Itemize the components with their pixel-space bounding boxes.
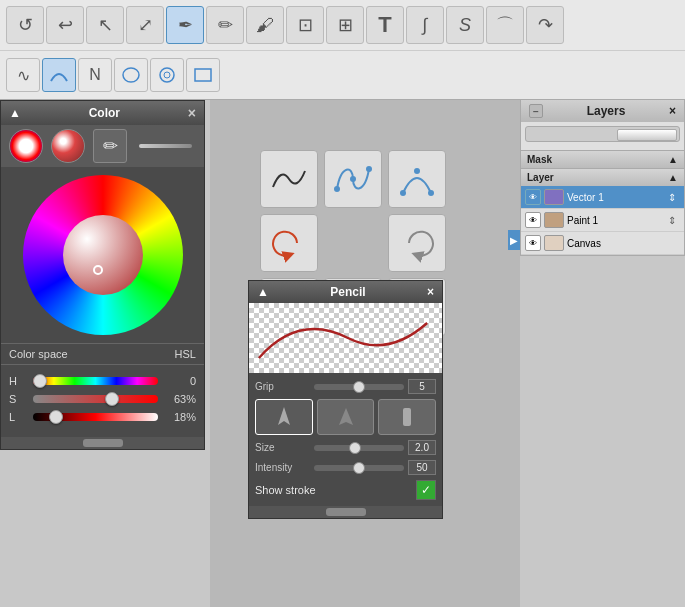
layers-side-expand-arrow[interactable]: ▶ bbox=[508, 230, 520, 250]
color-panel-scroll-thumb[interactable] bbox=[83, 439, 123, 447]
intensity-slider[interactable] bbox=[314, 465, 404, 471]
layer-eye-canvas[interactable]: 👁 bbox=[525, 235, 541, 251]
intensity-slider-thumb[interactable] bbox=[353, 462, 365, 474]
layer-name-paint1: Paint 1 bbox=[567, 215, 665, 226]
layer-eye-paint1[interactable]: 👁 bbox=[525, 212, 541, 228]
pencil-curve-preview bbox=[249, 303, 442, 373]
curve-icon-arc[interactable] bbox=[388, 150, 446, 208]
pencil-panel-collapse[interactable]: ▲ bbox=[257, 285, 269, 299]
rect-tool[interactable] bbox=[186, 58, 220, 92]
grip-slider[interactable] bbox=[314, 384, 404, 390]
layer-name-vector1: Vector 1 bbox=[567, 192, 665, 203]
svg-marker-20 bbox=[339, 408, 353, 425]
saturation-slider-row: S 63% bbox=[9, 393, 196, 405]
wave-tool[interactable]: ∿ bbox=[6, 58, 40, 92]
color-pencil-icon[interactable]: ✏ bbox=[93, 129, 127, 163]
oval-tool[interactable] bbox=[114, 58, 148, 92]
color-panel: ▲ Color × ✏ Color space HSL H 0 bbox=[0, 100, 205, 450]
layers-horizontal-scrollbar[interactable] bbox=[525, 126, 680, 142]
brush-tool[interactable]: 🖌 bbox=[246, 6, 284, 44]
pencil-panel-close-button[interactable]: × bbox=[427, 285, 434, 299]
color-wheel-icon[interactable] bbox=[9, 129, 43, 163]
size-row: Size 2.0 bbox=[255, 440, 436, 455]
path-tool[interactable]: S bbox=[446, 6, 484, 44]
saturation-value: 63% bbox=[164, 393, 196, 405]
size-slider-thumb[interactable] bbox=[349, 442, 361, 454]
layer-name-canvas: Canvas bbox=[567, 238, 665, 249]
size-slider[interactable] bbox=[314, 445, 404, 451]
color-space-value[interactable]: HSL bbox=[175, 348, 196, 360]
color-wheel-area[interactable] bbox=[1, 167, 204, 343]
lightness-slider-thumb[interactable] bbox=[49, 410, 63, 424]
layers-layer-label: Layer bbox=[527, 172, 554, 183]
lightness-label: L bbox=[9, 411, 27, 423]
layer-item-vector1[interactable]: 👁 Vector 1 ⇕ bbox=[521, 186, 684, 209]
intensity-row: Intensity 50 bbox=[255, 460, 436, 475]
layers-panel-close-button[interactable]: × bbox=[669, 104, 676, 118]
curve-icon-bezier[interactable] bbox=[324, 150, 382, 208]
pencil-tip-flat[interactable] bbox=[378, 399, 436, 435]
svg-point-4 bbox=[350, 176, 356, 182]
color-sphere-icon[interactable] bbox=[51, 129, 85, 163]
select-tool[interactable]: ↺ bbox=[6, 6, 44, 44]
curve-icon-wavy[interactable] bbox=[260, 150, 318, 208]
layers-panel-header: − Layers × bbox=[521, 100, 684, 122]
saturation-slider[interactable] bbox=[33, 395, 158, 403]
layers-scroll-thumb[interactable] bbox=[617, 129, 677, 141]
layers-mask-section: Mask ▲ bbox=[521, 150, 684, 168]
layer-reorder-paint1[interactable]: ⇕ bbox=[668, 215, 680, 226]
color-wheel-inner[interactable] bbox=[63, 215, 143, 295]
layer-reorder-vector1[interactable]: ⇕ bbox=[668, 192, 680, 203]
color-wheel[interactable] bbox=[23, 175, 183, 335]
undo-tool[interactable]: ↩ bbox=[46, 6, 84, 44]
color-space-label: Color space bbox=[9, 348, 68, 360]
layers-panel-title: Layers bbox=[587, 104, 626, 118]
color-panel-collapse[interactable]: ▲ bbox=[9, 106, 21, 120]
pencil-tip-medium[interactable] bbox=[317, 399, 375, 435]
saturation-slider-thumb[interactable] bbox=[105, 392, 119, 406]
circle-tool[interactable] bbox=[150, 58, 184, 92]
arc-tool[interactable] bbox=[42, 58, 76, 92]
curve-icon-undo[interactable] bbox=[260, 214, 318, 272]
grip-row: Grip 5 bbox=[255, 379, 436, 394]
intensity-value: 50 bbox=[408, 460, 436, 475]
stamp-tool[interactable]: ⊞ bbox=[326, 6, 364, 44]
lightness-slider[interactable] bbox=[33, 413, 158, 421]
layer-item-canvas[interactable]: 👁 Canvas bbox=[521, 232, 684, 255]
layer-eye-vector1[interactable]: 👁 bbox=[525, 189, 541, 205]
hue-slider[interactable] bbox=[33, 377, 158, 385]
toolbar: ↺ ↩ ↖ ⤢ ✒ ✏ 🖌 ⊡ ⊞ T ∫ S ⌒ ↷ ∿ N bbox=[0, 0, 685, 100]
path2-tool[interactable]: N bbox=[78, 58, 112, 92]
transform-tool[interactable]: ⤢ bbox=[126, 6, 164, 44]
pen-tool[interactable]: ✒ bbox=[166, 6, 204, 44]
lightness-slider-row: L 18% bbox=[9, 411, 196, 423]
intensity-label: Intensity bbox=[255, 462, 310, 473]
lightness-value: 18% bbox=[164, 411, 196, 423]
pencil-panel: ▲ Pencil × Grip 5 bbox=[248, 280, 443, 519]
layer-item-paint1[interactable]: 👁 Paint 1 ⇕ bbox=[521, 209, 684, 232]
color-panel-close-button[interactable]: × bbox=[188, 105, 196, 121]
cursor-tool[interactable]: ↖ bbox=[86, 6, 124, 44]
grip-slider-thumb[interactable] bbox=[353, 381, 365, 393]
svg-point-8 bbox=[428, 190, 434, 196]
redo-tool[interactable]: ↷ bbox=[526, 6, 564, 44]
text-tool[interactable]: T bbox=[366, 6, 404, 44]
pencil-preview-area bbox=[249, 303, 442, 373]
svg-point-6 bbox=[366, 166, 372, 172]
eraser-tool[interactable]: ⊡ bbox=[286, 6, 324, 44]
lasso-tool[interactable]: ∫ bbox=[406, 6, 444, 44]
color-brush-sample bbox=[139, 144, 192, 148]
pencil-tool[interactable]: ✏ bbox=[206, 6, 244, 44]
curve-icon-redo[interactable] bbox=[388, 214, 446, 272]
layers-panel-collapse[interactable]: − bbox=[529, 104, 543, 118]
hue-slider-thumb[interactable] bbox=[33, 374, 47, 388]
curve-tool[interactable]: ⌒ bbox=[486, 6, 524, 44]
pencil-panel-header: ▲ Pencil × bbox=[249, 281, 442, 303]
show-stroke-label: Show stroke bbox=[255, 484, 316, 496]
pencil-tip-sharp[interactable] bbox=[255, 399, 313, 435]
show-stroke-checkbox[interactable]: ✓ bbox=[416, 480, 436, 500]
layers-mask-arrow[interactable]: ▲ bbox=[668, 154, 678, 165]
layers-layer-arrow[interactable]: ▲ bbox=[668, 172, 678, 183]
svg-rect-3 bbox=[195, 69, 211, 81]
pencil-panel-scroll-thumb[interactable] bbox=[326, 508, 366, 516]
